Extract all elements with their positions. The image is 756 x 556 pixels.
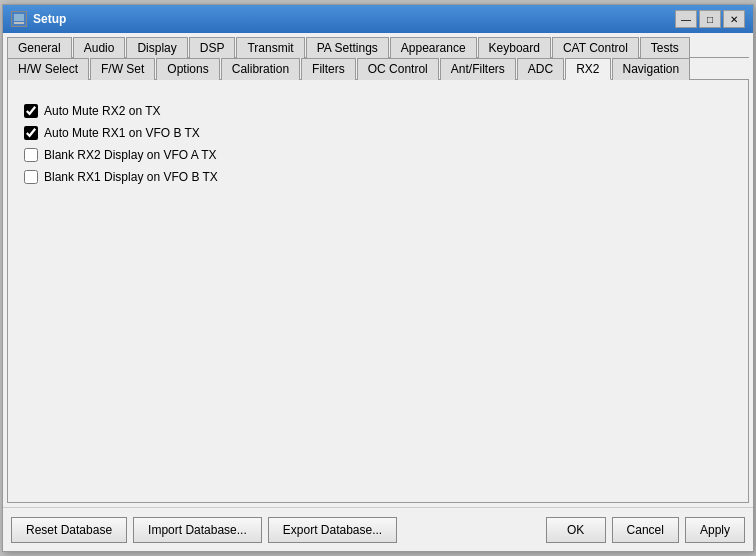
tab-calibration[interactable]: Calibration bbox=[221, 58, 300, 80]
tab-navigation[interactable]: Navigation bbox=[612, 58, 691, 80]
export-database-button[interactable]: Export Database... bbox=[268, 517, 397, 543]
tab-display[interactable]: Display bbox=[126, 37, 187, 58]
tab-options[interactable]: Options bbox=[156, 58, 219, 80]
title-bar: Setup — □ ✕ bbox=[3, 5, 753, 33]
tab-f/w-set[interactable]: F/W Set bbox=[90, 58, 155, 80]
tab-keyboard[interactable]: Keyboard bbox=[478, 37, 551, 58]
checkbox-item-chk2[interactable]: Auto Mute RX1 on VFO B TX bbox=[24, 126, 732, 140]
checkbox-label-chk3: Blank RX2 Display on VFO A TX bbox=[44, 148, 217, 162]
checkbox-item-chk1[interactable]: Auto Mute RX2 on TX bbox=[24, 104, 732, 118]
tab-row-2: H/W SelectF/W SetOptionsCalibrationFilte… bbox=[7, 58, 749, 80]
main-panel: Auto Mute RX2 on TXAuto Mute RX1 on VFO … bbox=[7, 80, 749, 503]
checkbox-label-chk1: Auto Mute RX2 on TX bbox=[44, 104, 161, 118]
title-bar-left: Setup bbox=[11, 11, 66, 27]
tab-oc-control[interactable]: OC Control bbox=[357, 58, 439, 80]
checkbox-item-chk4[interactable]: Blank RX1 Display on VFO B TX bbox=[24, 170, 732, 184]
svg-rect-1 bbox=[14, 14, 24, 21]
checkbox-group: Auto Mute RX2 on TXAuto Mute RX1 on VFO … bbox=[24, 104, 732, 184]
cancel-button[interactable]: Cancel bbox=[612, 517, 679, 543]
import-database-button[interactable]: Import Database... bbox=[133, 517, 262, 543]
setup-window: Setup — □ ✕ GeneralAudioDisplayDSPTransm… bbox=[2, 4, 754, 552]
tab-dsp[interactable]: DSP bbox=[189, 37, 236, 58]
checkbox-label-chk2: Auto Mute RX1 on VFO B TX bbox=[44, 126, 200, 140]
checkbox-chk2[interactable] bbox=[24, 126, 38, 140]
tab-transmit[interactable]: Transmit bbox=[236, 37, 304, 58]
footer-right: OK Cancel Apply bbox=[546, 517, 745, 543]
content-area: GeneralAudioDisplayDSPTransmitPA Setting… bbox=[3, 33, 753, 507]
window-title: Setup bbox=[33, 12, 66, 26]
tab-row-1: GeneralAudioDisplayDSPTransmitPA Setting… bbox=[7, 37, 749, 58]
tab-ant/filters[interactable]: Ant/Filters bbox=[440, 58, 516, 80]
close-button[interactable]: ✕ bbox=[723, 10, 745, 28]
tab-general[interactable]: General bbox=[7, 37, 72, 58]
tab-pa-settings[interactable]: PA Settings bbox=[306, 37, 389, 58]
reset-database-button[interactable]: Reset Database bbox=[11, 517, 127, 543]
footer-left: Reset Database Import Database... Export… bbox=[11, 517, 540, 543]
window-icon bbox=[11, 11, 27, 27]
minimize-button[interactable]: — bbox=[675, 10, 697, 28]
footer: Reset Database Import Database... Export… bbox=[3, 507, 753, 551]
ok-button[interactable]: OK bbox=[546, 517, 606, 543]
checkbox-chk3[interactable] bbox=[24, 148, 38, 162]
checkbox-chk4[interactable] bbox=[24, 170, 38, 184]
checkbox-label-chk4: Blank RX1 Display on VFO B TX bbox=[44, 170, 218, 184]
maximize-button[interactable]: □ bbox=[699, 10, 721, 28]
tab-filters[interactable]: Filters bbox=[301, 58, 356, 80]
title-controls: — □ ✕ bbox=[675, 10, 745, 28]
apply-button[interactable]: Apply bbox=[685, 517, 745, 543]
svg-rect-2 bbox=[14, 22, 24, 24]
tab-h/w-select[interactable]: H/W Select bbox=[7, 58, 89, 80]
tab-adc[interactable]: ADC bbox=[517, 58, 564, 80]
checkbox-chk1[interactable] bbox=[24, 104, 38, 118]
tab-cat-control[interactable]: CAT Control bbox=[552, 37, 639, 58]
tab-appearance[interactable]: Appearance bbox=[390, 37, 477, 58]
checkbox-item-chk3[interactable]: Blank RX2 Display on VFO A TX bbox=[24, 148, 732, 162]
tab-tests[interactable]: Tests bbox=[640, 37, 690, 58]
tab-audio[interactable]: Audio bbox=[73, 37, 126, 58]
tab-rx2[interactable]: RX2 bbox=[565, 58, 610, 80]
